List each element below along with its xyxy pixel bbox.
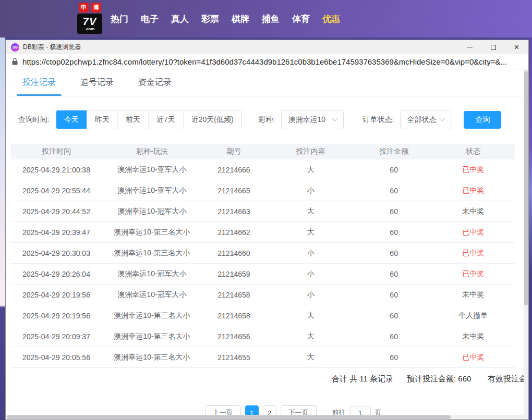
close-button[interactable]: ✕ (505, 40, 528, 54)
cell-game: 澳洲幸运10-冠军大小 (102, 269, 202, 279)
horizontal-scrollbar (6, 415, 524, 419)
summary-total: 合计 共 11 条记录 (332, 374, 393, 384)
cell-content: 大 (265, 207, 356, 216)
cell-amount: 60 (356, 187, 432, 195)
cell-game: 澳洲幸运10-冠军大小 (102, 290, 202, 300)
browser-window: DB DB彩票 - 极速浏览器 ✕ https://ctop02pchwp1.z… (5, 40, 529, 420)
header-cell-4: 投注内容 (265, 147, 356, 156)
cell-game: 澳洲幸运10-亚军大小 (102, 186, 202, 195)
bet-records-table: 投注时间彩种-玩法期号投注内容投注金额状态 2025-04-29 21:00:3… (11, 144, 515, 368)
cell-issue: 21214662 (202, 228, 265, 237)
order-status-select[interactable]: 全部状态 (400, 110, 451, 129)
cell-issue: 21214665 (202, 187, 265, 195)
site-top-nav: 申 博 7V .com 热门电子真人彩票棋牌捕鱼体育优惠 (0, 0, 532, 38)
cell-content: 大 (265, 311, 356, 320)
minimize-button[interactable] (458, 40, 481, 54)
logo-badge-left: 申 (79, 3, 89, 13)
table-row: 2025-04-29 21:00:38澳洲幸运10-亚军大小21214666大6… (11, 159, 515, 180)
cell-issue: 21214656 (202, 332, 265, 341)
cell-amount: 60 (356, 353, 432, 362)
tab-1[interactable]: 投注记录 (20, 69, 58, 96)
table-row: 2025-04-29 20:30:03澳洲幸运10-第三名大小21214660小… (11, 243, 515, 264)
cell-time: 2025-04-29 20:30:03 (11, 249, 102, 257)
url-text: https://ctop02pchwp1.zfnc84.com/lottery/… (22, 57, 507, 66)
tab-2[interactable]: 追号记录 (78, 69, 116, 96)
cell-content: 大 (265, 353, 356, 362)
page-content: 投注记录追号记录资金记录 查询时间: 今天昨天前天近7天近20天(低频) 彩种:… (6, 69, 528, 419)
time-filter-label: 查询时间: (18, 115, 50, 125)
time-option-4[interactable]: 近7天 (148, 110, 183, 129)
cell-status: 未中奖 (432, 332, 515, 341)
table-body: 2025-04-29 21:00:38澳洲幸运10-亚军大小21214666大6… (11, 159, 515, 368)
nav-item-6[interactable]: 捕鱼 (262, 13, 280, 25)
cell-amount: 60 (356, 228, 432, 237)
nav-item-1[interactable]: 热门 (111, 13, 128, 25)
cell-content: 小 (265, 269, 356, 279)
cell-time: 2025-04-29 20:44:52 (11, 207, 102, 216)
address-bar[interactable]: https://ctop02pchwp1.zfnc84.com/lottery/… (6, 54, 528, 69)
time-option-2[interactable]: 昨天 (87, 110, 117, 129)
cell-issue: 21214655 (202, 353, 265, 362)
nav-item-3[interactable]: 真人 (171, 13, 189, 25)
cell-amount: 60 (356, 332, 432, 341)
header-cell-3: 期号 (202, 147, 265, 156)
tab-3[interactable]: 资金记录 (136, 69, 174, 96)
logo-badge-right: 博 (91, 3, 101, 13)
filter-row: 查询时间: 今天昨天前天近7天近20天(低频) 彩种: 澳洲幸运10 订单状态:… (6, 110, 528, 129)
cell-game: 澳洲幸运10-第三名大小 (102, 249, 202, 258)
table-row: 2025-04-29 20:39:47澳洲幸运10-第三名大小21214662大… (11, 222, 515, 243)
cell-issue: 21214659 (202, 270, 265, 278)
nav-item-5[interactable]: 棋牌 (232, 13, 249, 25)
time-option-5[interactable]: 近20天(低频) (183, 110, 241, 129)
summary-expected-amount: 预计投注金额: 660 (407, 374, 471, 384)
db-favicon-icon: DB (11, 43, 19, 52)
table-row: 2025-04-29 20:09:37澳洲幸运10-第三名大小21214656大… (11, 326, 515, 347)
table-row: 2025-04-29 20:19:56澳洲幸运10-第三名大小21214658大… (11, 305, 515, 326)
cell-status: 未中奖 (432, 207, 515, 216)
cell-game: 澳洲幸运10-冠军大小 (102, 207, 202, 216)
nav-item-2[interactable]: 电子 (141, 13, 159, 25)
nav-item-8[interactable]: 优惠 (322, 13, 340, 25)
cell-issue: 21214660 (202, 249, 265, 257)
cell-time: 2025-04-29 20:19:56 (11, 291, 102, 299)
cell-status: 已中奖 (432, 249, 515, 258)
window-titlebar[interactable]: DB DB彩票 - 极速浏览器 ✕ (6, 40, 528, 54)
cell-game: 澳洲幸运10-第三名大小 (102, 311, 202, 320)
summary-row: 合计 共 11 条记录 预计投注金额: 660 有效投注金额 (6, 368, 528, 390)
time-option-3[interactable]: 前天 (117, 110, 148, 129)
horizontal-scrollbar-thumb[interactable] (7, 415, 451, 419)
summary-valid-amount: 有效投注金额 (488, 374, 528, 384)
cell-status: 已中奖 (432, 186, 515, 195)
order-status-label: 订单状态: (362, 115, 394, 125)
cell-issue: 21214658 (202, 291, 265, 299)
header-cell-1: 投注时间 (11, 147, 102, 156)
maximize-button[interactable] (481, 40, 505, 54)
cell-status: 已中奖 (432, 228, 515, 237)
search-button[interactable]: 查询 (464, 111, 501, 129)
cell-amount: 60 (356, 249, 432, 257)
nav-item-4[interactable]: 彩票 (201, 13, 219, 25)
cell-content: 小 (265, 186, 356, 195)
nav-item-7[interactable]: 体育 (292, 13, 310, 25)
cell-status: 个人撤单 (432, 311, 515, 320)
cell-issue: 21214663 (202, 207, 265, 216)
cell-content: 大 (265, 228, 356, 237)
table-row: 2025-04-29 20:44:52澳洲幸运10-冠军大小21214663大6… (11, 201, 515, 222)
lottery-select[interactable]: 澳洲幸运10 (281, 110, 344, 129)
cell-issue: 21214658 (202, 312, 265, 320)
cell-time: 2025-04-29 20:26:04 (11, 270, 102, 278)
site-background-left (0, 38, 5, 420)
logo-mark: 7V .com (77, 14, 102, 34)
table-row: 2025-04-29 20:26:04澳洲幸运10-冠军大小21214659小6… (11, 264, 515, 285)
header-cell-6: 状态 (432, 147, 515, 156)
cell-time: 2025-04-29 20:39:47 (11, 228, 102, 237)
cell-amount: 60 (356, 270, 432, 278)
site-logo[interactable]: 申 博 7V .com (77, 3, 102, 34)
time-option-1[interactable]: 今天 (56, 110, 87, 129)
cell-amount: 60 (356, 312, 432, 320)
cell-content: 大 (265, 332, 356, 341)
cell-issue: 21214666 (202, 166, 265, 174)
vertical-scrollbar-thumb[interactable] (524, 71, 528, 305)
vertical-scrollbar (524, 69, 528, 419)
header-cell-5: 投注金额 (356, 147, 432, 156)
